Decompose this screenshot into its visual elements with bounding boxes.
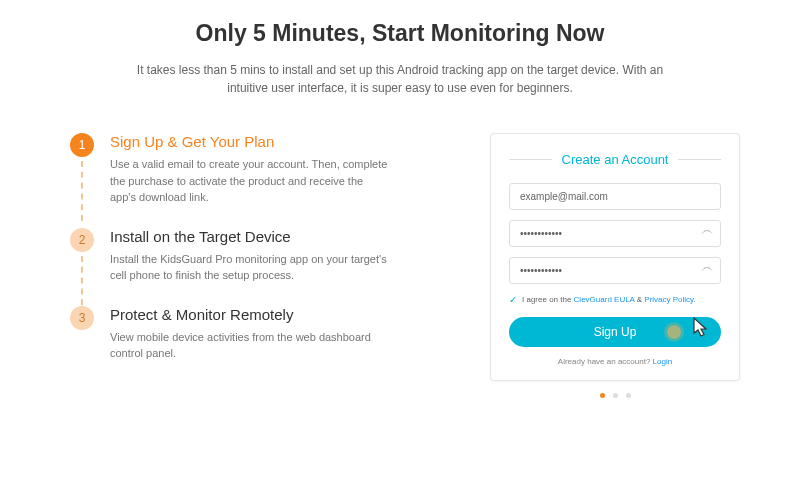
svg-line-2 bbox=[705, 267, 706, 268]
step-1: 1 Sign Up & Get Your Plan Use a valid em… bbox=[70, 133, 450, 206]
privacy-link[interactable]: Privacy Policy bbox=[644, 295, 693, 304]
step-number-1: 1 bbox=[70, 133, 94, 157]
password-field[interactable] bbox=[509, 220, 721, 247]
login-link[interactable]: Login bbox=[653, 357, 673, 366]
eye-icon[interactable] bbox=[701, 228, 713, 239]
terms-row[interactable]: ✓ I agree on the ClevGuard EULA & Privac… bbox=[509, 294, 721, 305]
email-field[interactable] bbox=[509, 183, 721, 210]
check-icon[interactable]: ✓ bbox=[509, 294, 517, 305]
step-title-3: Protect & Monitor Remotely bbox=[110, 306, 450, 323]
carousel-dot-3[interactable] bbox=[626, 393, 631, 398]
svg-line-3 bbox=[709, 267, 710, 268]
step-title-2: Install on the Target Device bbox=[110, 228, 450, 245]
confirm-password-field[interactable] bbox=[509, 257, 721, 284]
svg-line-0 bbox=[705, 230, 706, 231]
carousel-dot-2[interactable] bbox=[613, 393, 618, 398]
already-account-row: Already have an account? Login bbox=[509, 357, 721, 366]
cursor-icon bbox=[691, 316, 711, 344]
eula-link[interactable]: ClevGuard EULA bbox=[574, 295, 635, 304]
carousel-dot-1[interactable] bbox=[600, 393, 605, 398]
step-2: 2 Install on the Target Device Install t… bbox=[70, 228, 450, 284]
agree-text: I agree on the bbox=[522, 295, 574, 304]
step-number-3: 3 bbox=[70, 306, 94, 330]
step-connector bbox=[81, 161, 83, 221]
step-title-1: Sign Up & Get Your Plan bbox=[110, 133, 450, 150]
page-subtitle: It takes less than 5 mins to install and… bbox=[120, 61, 680, 97]
step-desc-3: View mobile device activities from the w… bbox=[110, 329, 390, 362]
click-highlight-icon bbox=[667, 325, 681, 339]
signup-form: Create an Account ✓ bbox=[490, 133, 740, 381]
page-title: Only 5 Minutes, Start Monitoring Now bbox=[60, 20, 740, 47]
eye-icon[interactable] bbox=[701, 265, 713, 276]
step-number-2: 2 bbox=[70, 228, 94, 252]
signup-button[interactable]: Sign Up bbox=[509, 317, 721, 347]
step-desc-2: Install the KidsGuard Pro monitoring app… bbox=[110, 251, 390, 284]
step-desc-1: Use a valid email to create your account… bbox=[110, 156, 390, 206]
svg-line-1 bbox=[709, 230, 710, 231]
carousel-dots bbox=[490, 393, 740, 398]
step-3: 3 Protect & Monitor Remotely View mobile… bbox=[70, 306, 450, 362]
form-heading: Create an Account bbox=[509, 152, 721, 167]
steps-column: 1 Sign Up & Get Your Plan Use a valid em… bbox=[60, 133, 450, 398]
